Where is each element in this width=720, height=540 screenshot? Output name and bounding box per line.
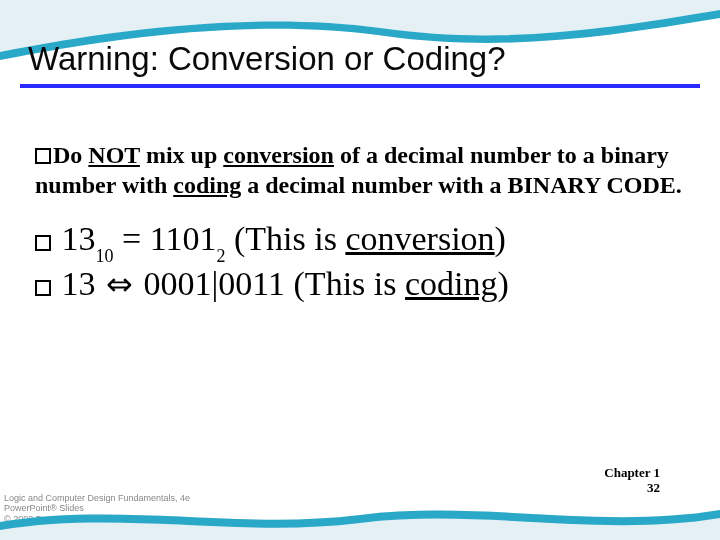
bullet-box-icon [35, 280, 51, 296]
coding-example: 13 ⇔ 0001|0011 (This is coding) [35, 263, 685, 306]
copyright-block: Logic and Computer Design Fundamentals, … [4, 493, 190, 524]
slide-title: Warning: Conversion or Coding? [28, 40, 506, 78]
bullet-box-icon [35, 235, 51, 251]
bullet-box-icon [35, 148, 51, 164]
page-number: 32 [604, 480, 660, 496]
slide-body: Do NOT mix up conversion of a decimal nu… [35, 140, 685, 306]
chapter-label: Chapter 1 [604, 465, 660, 481]
conversion-example: 1310 = 11012 (This is conversion) [35, 218, 685, 263]
title-underline [20, 84, 700, 88]
double-arrow-icon: ⇔ [104, 264, 135, 304]
warning-paragraph: Do NOT mix up conversion of a decimal nu… [35, 140, 685, 200]
slide-footer: Chapter 1 32 [604, 465, 660, 496]
